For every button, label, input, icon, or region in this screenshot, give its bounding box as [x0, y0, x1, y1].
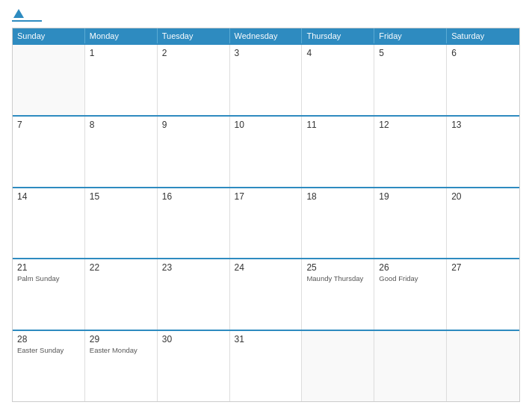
cal-cell: 21Palm Sunday — [13, 259, 85, 330]
holiday-label: Good Friday — [379, 274, 442, 283]
cal-cell — [13, 45, 85, 115]
cal-cell: 27 — [447, 259, 519, 330]
day-number: 5 — [379, 48, 442, 58]
day-number: 27 — [451, 262, 515, 273]
cal-cell: 30 — [158, 331, 230, 401]
day-number: 1 — [90, 48, 152, 58]
day-number: 3 — [235, 48, 297, 58]
cal-cell: 5 — [374, 45, 447, 115]
logo — [12, 9, 42, 22]
cal-cell: 8 — [85, 117, 158, 187]
cal-cell: 16 — [158, 188, 230, 259]
week-row-2: 78910111213 — [13, 115, 519, 187]
day-number: 2 — [162, 48, 225, 58]
cal-cell: 3 — [230, 45, 303, 115]
cal-cell: 31 — [230, 331, 303, 401]
weekday-header-friday: Friday — [374, 28, 447, 43]
day-number: 25 — [306, 262, 369, 273]
cal-cell: 9 — [158, 117, 230, 187]
cal-cell: 14 — [13, 188, 85, 259]
holiday-label: Easter Sunday — [17, 346, 80, 355]
day-number: 29 — [90, 334, 152, 344]
holiday-label: Maundy Thursday — [306, 274, 369, 283]
week-row-4: 21Palm Sunday22232425Maundy Thursday26Go… — [13, 258, 519, 330]
cal-cell — [302, 331, 374, 401]
day-number: 16 — [162, 191, 225, 202]
cal-cell: 15 — [85, 188, 158, 259]
cal-cell: 2 — [158, 45, 230, 115]
holiday-label: Easter Monday — [90, 346, 152, 355]
cal-cell — [447, 331, 519, 401]
day-number: 31 — [235, 334, 297, 344]
weekday-header-row: SundayMondayTuesdayWednesdayThursdayFrid… — [13, 28, 519, 43]
weekday-header-monday: Monday — [85, 28, 158, 43]
day-number: 24 — [235, 262, 297, 273]
day-number: 7 — [17, 120, 80, 130]
holiday-label: Palm Sunday — [17, 274, 80, 283]
day-number: 13 — [451, 120, 515, 130]
day-number: 23 — [162, 262, 225, 273]
day-number: 12 — [379, 120, 442, 130]
day-number: 19 — [379, 191, 442, 202]
day-number: 10 — [235, 120, 297, 130]
day-number: 28 — [17, 334, 80, 344]
cal-cell: 10 — [230, 117, 303, 187]
cal-cell: 7 — [13, 117, 85, 187]
cal-cell: 4 — [302, 45, 374, 115]
weekday-header-thursday: Thursday — [302, 28, 374, 43]
calendar-page: SundayMondayTuesdayWednesdayThursdayFrid… — [0, 0, 532, 411]
day-number: 17 — [235, 191, 297, 202]
calendar-body: 123456789101112131415161718192021Palm Su… — [13, 43, 519, 401]
cal-cell: 25Maundy Thursday — [302, 259, 374, 330]
weekday-header-tuesday: Tuesday — [158, 28, 230, 43]
day-number: 11 — [306, 120, 369, 130]
day-number: 20 — [451, 191, 515, 202]
cal-cell: 22 — [85, 259, 158, 330]
day-number: 15 — [90, 191, 152, 202]
day-number: 4 — [306, 48, 369, 58]
day-number: 26 — [379, 262, 442, 273]
day-number: 9 — [162, 120, 225, 130]
cal-cell: 1 — [85, 45, 158, 115]
day-number: 30 — [162, 334, 225, 344]
weekday-header-wednesday: Wednesday — [230, 28, 303, 43]
cal-cell: 18 — [302, 188, 374, 259]
cal-cell: 6 — [447, 45, 519, 115]
cal-cell: 26Good Friday — [374, 259, 447, 330]
cal-cell: 11 — [302, 117, 374, 187]
cal-cell — [374, 331, 447, 401]
weekday-header-saturday: Saturday — [447, 28, 519, 43]
day-number: 8 — [90, 120, 152, 130]
day-number: 6 — [451, 48, 515, 58]
logo-triangle-icon — [13, 9, 24, 18]
cal-cell: 24 — [230, 259, 303, 330]
header — [12, 9, 520, 22]
week-row-3: 14151617181920 — [13, 187, 519, 259]
day-number: 21 — [17, 262, 80, 273]
cal-cell: 19 — [374, 188, 447, 259]
day-number: 22 — [90, 262, 152, 273]
weekday-header-sunday: Sunday — [13, 28, 85, 43]
cal-cell: 23 — [158, 259, 230, 330]
cal-cell: 20 — [447, 188, 519, 259]
cal-cell: 12 — [374, 117, 447, 187]
cal-cell: 17 — [230, 188, 303, 259]
cal-cell: 28Easter Sunday — [13, 331, 85, 401]
week-row-1: 123456 — [13, 43, 519, 115]
week-row-5: 28Easter Sunday29Easter Monday3031 — [13, 330, 519, 401]
logo-underline — [12, 20, 42, 22]
day-number: 18 — [306, 191, 369, 202]
cal-cell: 13 — [447, 117, 519, 187]
calendar-grid: SundayMondayTuesdayWednesdayThursdayFrid… — [12, 28, 520, 402]
cal-cell: 29Easter Monday — [85, 331, 158, 401]
day-number: 14 — [17, 191, 80, 202]
